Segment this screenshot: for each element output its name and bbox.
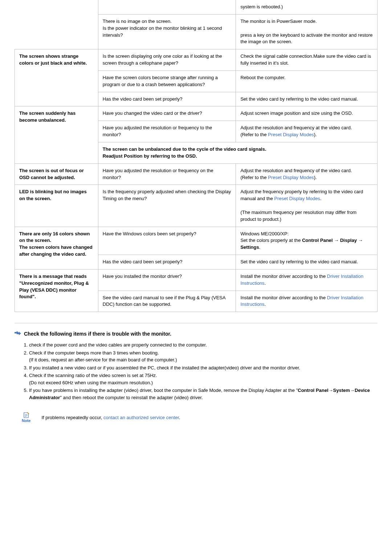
table-cell: There is no image on the screen. Is the … [98, 14, 236, 49]
table-cell-symptom: The screen suddenly has become unbalance… [15, 106, 98, 163]
table-cell: Reboot the computer. [236, 70, 377, 92]
table-cell: Is the frequency properly adjusted when … [98, 185, 236, 227]
list-item: If you have problems in installing the a… [29, 387, 377, 401]
preset-display-modes-link[interactable]: Preset Display Modes [274, 196, 320, 201]
table-cell: Set the video card by referring to the v… [236, 92, 377, 106]
service-center-link[interactable]: contact an authorized service center [103, 415, 179, 420]
table-cell: Is the screen displaying only one color … [98, 49, 236, 71]
table-cell: Install the monitor driver according to … [236, 269, 377, 291]
table-cell-symptom: LED is blinking but no images on the scr… [15, 185, 98, 227]
table-cell: Adjust screen image position and size us… [236, 106, 377, 121]
table-cell: Windows ME/2000/XP: Set the colors prope… [236, 227, 377, 255]
table-cell: Install the monitor driver according to … [236, 291, 377, 312]
table-cell: system is rebooted.) [236, 0, 377, 14]
section-divider [15, 323, 377, 323]
list-item: If you installed a new video card or if … [29, 364, 377, 372]
list-item: Check if the scanning ratio of the video… [29, 372, 377, 386]
checklist-heading: Check the following items if there is tr… [15, 331, 377, 337]
table-cell-symptom: The screen shows strange colors or just … [15, 49, 98, 106]
table-cell: Check the signal cable connection.Make s… [236, 49, 377, 71]
table-cell: Have the Windows colors been set properl… [98, 227, 236, 255]
table-cell: Have you adjusted the resolution or freq… [98, 121, 236, 142]
table-cell: Have you adjusted the resolution or freq… [98, 163, 236, 185]
table-cell: Has the video card been set properly? [98, 92, 236, 106]
note-badge: Note [22, 412, 30, 423]
table-cell: Have the screen colors become strange af… [98, 70, 236, 92]
table-cell: Adjust the resolution and frequency at t… [236, 121, 377, 142]
preset-display-modes-link[interactable]: Preset Display Modes [268, 175, 314, 180]
table-cell: Adjust the frequency properly by referri… [236, 185, 377, 227]
checklist-heading-text: Check the following items if there is tr… [24, 331, 171, 337]
table-cell: Adjust the resolution and frequency of t… [236, 163, 377, 185]
table-cell: Have you changed the video card or the d… [98, 106, 236, 121]
note-text: If problems repeatedly occur, contact an… [41, 415, 180, 420]
table-cell: Set the video card by referring to the v… [236, 255, 377, 270]
table-cell: The monitor is in PowerSaver mode. press… [236, 14, 377, 49]
arrow-marker-icon [15, 331, 21, 337]
note-row: Note If problems repeatedly occur, conta… [15, 412, 377, 423]
note-label: Note [22, 418, 30, 423]
table-cell-symptom: There are only 16 colors shown on the sc… [15, 227, 98, 269]
preset-display-modes-link[interactable]: Preset Display Modes [268, 132, 314, 137]
table-cell: See the video card manual to see if the … [98, 291, 236, 312]
table-cell: Have you installed the monitor driver? [98, 269, 236, 291]
list-item: check if the power cord and the video ca… [29, 341, 377, 349]
table-cell-note: The screen can be unbalanced due to the … [98, 142, 377, 163]
list-item: Check if the computer beeps more than 3 … [29, 349, 377, 364]
table-cell: Has the video card been set properly? [98, 255, 236, 270]
table-cell-symptom: The screen is out of focus or OSD cannot… [15, 163, 98, 185]
checklist: check if the power cord and the video ca… [15, 341, 377, 401]
table-cell-symptom: There is a message that reads "Unrecogni… [15, 269, 98, 312]
note-icon [23, 412, 29, 418]
troubleshooting-table: system is rebooted.) There is no image o… [15, 0, 377, 312]
